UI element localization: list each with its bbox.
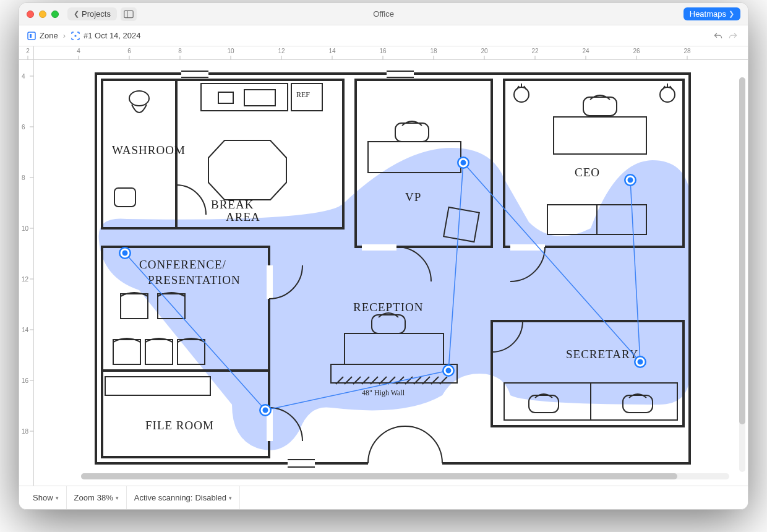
- sidebar-toggle-button[interactable]: [121, 7, 137, 21]
- svg-rect-20: [121, 294, 148, 319]
- svg-rect-0: [124, 11, 133, 17]
- back-projects-button[interactable]: ❮ Projects: [67, 7, 117, 20]
- fileroom-label: FILE ROOM: [145, 419, 214, 432]
- status-bar: Show▾ Zoom 38%▾ Active scanning: Disable…: [19, 486, 748, 509]
- svg-point-65: [262, 406, 269, 414]
- chevron-down-icon: ▾: [229, 495, 232, 501]
- secretary-label: SECRETARY: [566, 348, 638, 361]
- chevron-down-icon: ▾: [56, 495, 59, 501]
- svg-rect-48: [288, 460, 315, 467]
- svg-point-73: [636, 358, 644, 366]
- vscroll-thumb[interactable]: [739, 77, 745, 424]
- show-menu[interactable]: Show▾: [25, 486, 67, 509]
- close-window-button[interactable]: [27, 11, 34, 18]
- vertical-scrollbar[interactable]: [739, 77, 745, 472]
- svg-rect-15: [181, 71, 208, 77]
- zoom-prefix: Zoom: [74, 493, 95, 502]
- svg-rect-25: [267, 265, 273, 299]
- breadcrumb-current-label: #1 Oct 14, 2024: [84, 31, 141, 40]
- break-label-1: BREAK: [211, 198, 254, 211]
- redo-icon: [728, 32, 738, 40]
- svg-rect-38: [583, 97, 617, 116]
- washroom-label: WASHROOM: [112, 144, 186, 157]
- undo-button[interactable]: [711, 29, 726, 43]
- heatmap-overlay: [99, 148, 690, 450]
- sidebar-icon: [124, 10, 134, 19]
- svg-point-4: [74, 35, 76, 36]
- svg-rect-22: [113, 340, 140, 364]
- svg-rect-43: [510, 244, 545, 251]
- svg-point-69: [460, 159, 467, 166]
- canvas-viewport[interactable]: REF: [34, 60, 748, 486]
- back-projects-label: Projects: [82, 9, 111, 19]
- breadcrumb-separator-icon: ›: [63, 31, 66, 40]
- scan-icon: [71, 31, 80, 41]
- breadcrumb-bar: Zone › #1 Oct 14, 2024: [19, 25, 748, 46]
- ruler-horizontal[interactable]: 246810121416182022242628: [34, 46, 748, 60]
- fullscreen-window-button[interactable]: [51, 11, 59, 18]
- svg-point-67: [445, 367, 452, 374]
- hscroll-thumb[interactable]: [81, 473, 677, 479]
- scanning-menu[interactable]: Active scanning: Disabled▾: [127, 486, 240, 509]
- reception-label: RECEPTION: [353, 301, 424, 314]
- conference-label-2: PRESENTATION: [148, 273, 241, 286]
- minimize-window-button[interactable]: [39, 11, 46, 18]
- svg-rect-9: [114, 188, 135, 207]
- horizontal-scrollbar[interactable]: [81, 473, 729, 479]
- window-controls: [27, 11, 59, 18]
- highwall-label: 48" High Wall: [362, 388, 405, 397]
- vp-label: VP: [405, 191, 421, 204]
- chevron-left-icon: ❮: [74, 10, 79, 18]
- svg-rect-32: [362, 244, 396, 251]
- show-label: Show: [33, 493, 53, 502]
- svg-rect-23: [145, 340, 173, 364]
- floorplan-drawing: REF: [59, 61, 721, 476]
- svg-rect-47: [368, 460, 442, 466]
- svg-rect-37: [554, 117, 646, 154]
- svg-rect-3: [30, 34, 32, 38]
- ruler-vertical[interactable]: 4681012141618: [19, 60, 34, 486]
- break-label-2: AREA: [226, 210, 260, 223]
- ceo-label: CEO: [575, 166, 600, 179]
- scanning-prefix: Active scanning:: [134, 493, 193, 502]
- svg-point-71: [627, 176, 634, 184]
- undo-icon: [713, 32, 723, 40]
- svg-marker-14: [208, 140, 286, 200]
- svg-rect-26: [105, 377, 210, 395]
- zoom-menu[interactable]: Zoom 38%▾: [67, 486, 127, 509]
- zoom-value: 38%: [97, 493, 113, 502]
- conference-label-1: CONFERENCE/: [139, 258, 226, 271]
- breadcrumb-root-label: Zone: [40, 31, 58, 40]
- svg-rect-30: [395, 123, 429, 142]
- svg-rect-11: [218, 92, 233, 103]
- titlebar: ❮ Projects Office Heatmaps ❯: [19, 3, 748, 25]
- breadcrumb-root[interactable]: Zone: [27, 31, 58, 41]
- svg-rect-12: [244, 90, 275, 106]
- redo-button[interactable]: [726, 29, 740, 43]
- ref-label: REF: [296, 90, 310, 99]
- breadcrumb-current[interactable]: #1 Oct 14, 2024: [71, 31, 141, 41]
- scanning-value: Disabled: [195, 493, 226, 502]
- zone-icon: [27, 31, 36, 41]
- svg-point-8: [129, 91, 149, 106]
- app-window: ❮ Projects Office Heatmaps ❯ Zone › #1 O…: [19, 2, 748, 510]
- chevron-down-icon: ▾: [116, 495, 119, 501]
- chevron-right-icon: ❯: [729, 10, 734, 18]
- heatmaps-button[interactable]: Heatmaps ❯: [683, 7, 740, 20]
- heatmaps-label: Heatmaps: [690, 9, 726, 19]
- svg-rect-33: [387, 71, 414, 77]
- svg-point-63: [121, 249, 129, 257]
